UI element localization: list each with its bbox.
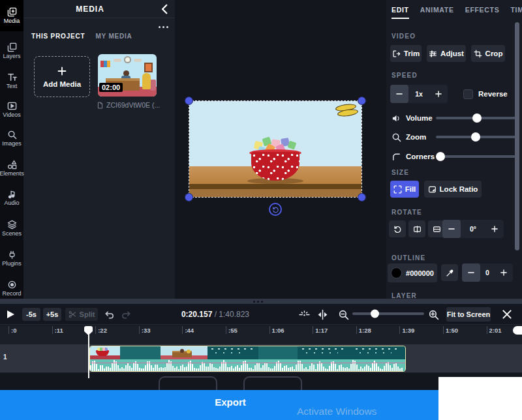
audio-icon [7, 189, 17, 199]
resize-handle-bottom-left[interactable] [185, 193, 193, 202]
canvas-area [175, 0, 386, 299]
add-audio-button[interactable] [243, 376, 302, 390]
rail-label: Videos [3, 112, 20, 118]
adjust-icon [429, 50, 437, 58]
panel-title: MEDIA [23, 5, 157, 14]
sidebar-item-layers[interactable]: Layers [0, 37, 23, 65]
speaker-icon [392, 113, 401, 123]
tab-my-media[interactable]: MY MEDIA [95, 33, 132, 40]
plugins-icon [7, 250, 17, 260]
sidebar-item-audio[interactable]: Audio [0, 183, 23, 212]
clip-frame-marks [351, 346, 405, 359]
media-filename-row[interactable]: ZCI69dVtW0E (... [97, 101, 162, 109]
zoom-slider[interactable] [436, 136, 517, 138]
tab-edit[interactable]: EDIT [392, 6, 409, 19]
current-time: 0:20.157 [181, 310, 212, 319]
outline-increase-button[interactable] [495, 263, 513, 282]
scenes-icon [7, 220, 17, 230]
fill-icon [393, 185, 402, 194]
split-button[interactable]: Split [65, 308, 98, 321]
rail-label: Layers [3, 53, 20, 59]
sidebar-item-images[interactable]: Images [0, 124, 23, 153]
clip-frame-board [120, 346, 161, 359]
reverse-checkbox[interactable] [463, 89, 473, 99]
lock-ratio-button[interactable]: Lock Ratio [424, 181, 482, 198]
outline-decrease-button[interactable] [462, 263, 480, 282]
crop-icon [474, 50, 482, 58]
sidebar-item-plugins[interactable]: Plugins [0, 244, 23, 273]
rail-label: Text [7, 83, 18, 89]
video-preview[interactable] [189, 101, 361, 197]
tab-this-project[interactable]: THIS PROJECT [31, 33, 85, 40]
flip-horizontal-icon [413, 225, 422, 233]
adjust-button[interactable]: Adjust [427, 45, 466, 62]
text-icon [7, 72, 17, 82]
add-track-button[interactable] [159, 376, 217, 390]
timeline-ruler[interactable]: :0:11:22:33:44:551:061:171:281:391:502:0… [0, 325, 522, 335]
crop-button[interactable]: Crop [471, 45, 505, 62]
flip-horizontal-button[interactable] [408, 220, 425, 237]
speed-increase-button[interactable] [429, 85, 448, 103]
tab-animate[interactable]: ANIMATE [420, 6, 454, 19]
tab-effects[interactable]: EFFECTS [465, 6, 500, 19]
rotate-handle[interactable] [269, 203, 282, 216]
timeline-zoom-slider[interactable] [352, 312, 424, 315]
split-preview-icon[interactable] [317, 309, 328, 320]
activate-windows-watermark: Activate Windows [297, 406, 376, 417]
trim-button[interactable]: Trim [390, 45, 422, 62]
minus-icon [395, 90, 403, 98]
sidebar-item-elements[interactable]: Elements [0, 154, 23, 183]
resize-handle-bottom-right[interactable] [358, 193, 366, 202]
rail-label: Images [2, 141, 22, 147]
resize-handle-top-right[interactable] [358, 97, 366, 105]
timeline-zoom-knob[interactable] [371, 310, 379, 318]
zoom-in-icon[interactable] [428, 309, 439, 320]
speed-value: 1x [408, 90, 429, 98]
panel-resize-handle[interactable] [0, 299, 522, 304]
volume-slider-knob[interactable] [472, 113, 482, 123]
corners-slider-knob[interactable] [436, 152, 445, 161]
timeline-scroll-thumb[interactable] [513, 326, 522, 335]
sidebar-item-text[interactable]: Text [0, 67, 23, 95]
close-timeline-icon[interactable] [501, 308, 513, 320]
tab-timing[interactable]: TIMING [510, 6, 522, 19]
zoom-out-icon[interactable] [338, 309, 349, 320]
speed-stepper: 1x [390, 85, 448, 103]
section-label-size: SIZE [392, 169, 409, 176]
snap-icon[interactable] [299, 309, 310, 320]
volume-slider[interactable] [436, 117, 517, 119]
rotate-90-button[interactable] [389, 220, 406, 237]
sidebar-item-scenes[interactable]: Scenes [0, 214, 23, 243]
collapse-panel-icon[interactable] [159, 3, 171, 15]
sidebar-item-media[interactable]: Media [0, 0, 23, 31]
rotate-angle-value: 0° [461, 225, 485, 233]
forward-5s-button[interactable]: +5s [43, 308, 61, 321]
media-filename: ZCI69dVtW0E (... [106, 101, 160, 109]
trim-label: Trim [404, 50, 420, 57]
play-button[interactable] [5, 309, 16, 320]
export-button[interactable]: Export [0, 397, 461, 408]
minus-icon [448, 225, 455, 233]
timeline-clip[interactable] [89, 346, 406, 372]
media-thumbnail[interactable]: 02:00 [98, 54, 157, 97]
zoom-slider-knob[interactable] [471, 132, 480, 142]
back-5s-button[interactable]: -5s [22, 308, 40, 321]
rotate-increase-button[interactable] [485, 220, 504, 238]
speed-decrease-button[interactable] [390, 85, 408, 103]
sidebar-item-videos[interactable]: Videos [0, 95, 23, 124]
rotate-decrease-button[interactable] [442, 220, 461, 238]
eyedropper-button[interactable] [441, 264, 458, 281]
redo-button[interactable] [121, 310, 131, 320]
fill-button[interactable]: Fill [390, 181, 419, 198]
outline-color-button[interactable]: #000000 [388, 263, 437, 282]
fit-to-screen-button[interactable]: Fit to Screen [446, 307, 491, 322]
resize-handle-top-left[interactable] [185, 97, 193, 105]
add-media-button[interactable]: Add Media [34, 56, 90, 97]
rail-label: Audio [4, 200, 19, 206]
inspector-scrollbar[interactable] [515, 22, 519, 250]
undo-button[interactable] [104, 310, 114, 320]
corners-slider[interactable] [436, 155, 517, 158]
more-options-icon[interactable] [159, 26, 168, 28]
flip-vertical-icon [433, 225, 441, 233]
corners-icon [392, 152, 401, 162]
